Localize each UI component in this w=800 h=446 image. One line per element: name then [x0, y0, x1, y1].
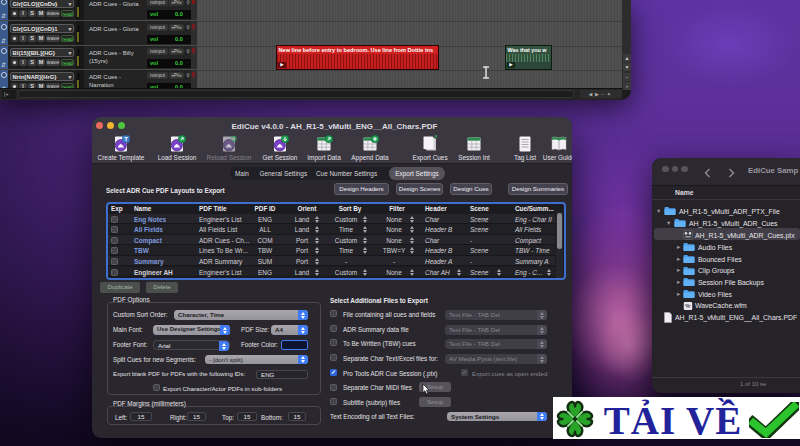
svg-text:T: T	[124, 136, 128, 142]
